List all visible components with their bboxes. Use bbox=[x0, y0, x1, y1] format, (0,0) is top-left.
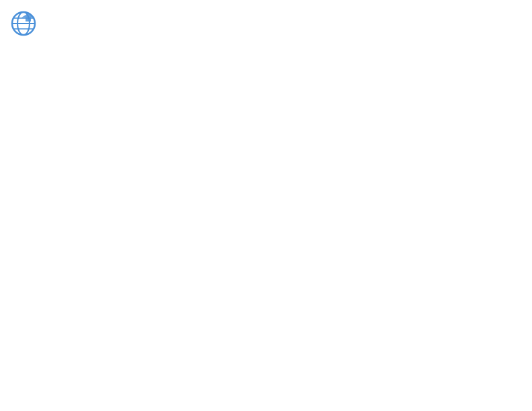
svg-marker-5 bbox=[21, 13, 35, 21]
logo bbox=[11, 11, 39, 36]
page-header bbox=[11, 11, 521, 36]
globe-icon bbox=[11, 11, 36, 36]
